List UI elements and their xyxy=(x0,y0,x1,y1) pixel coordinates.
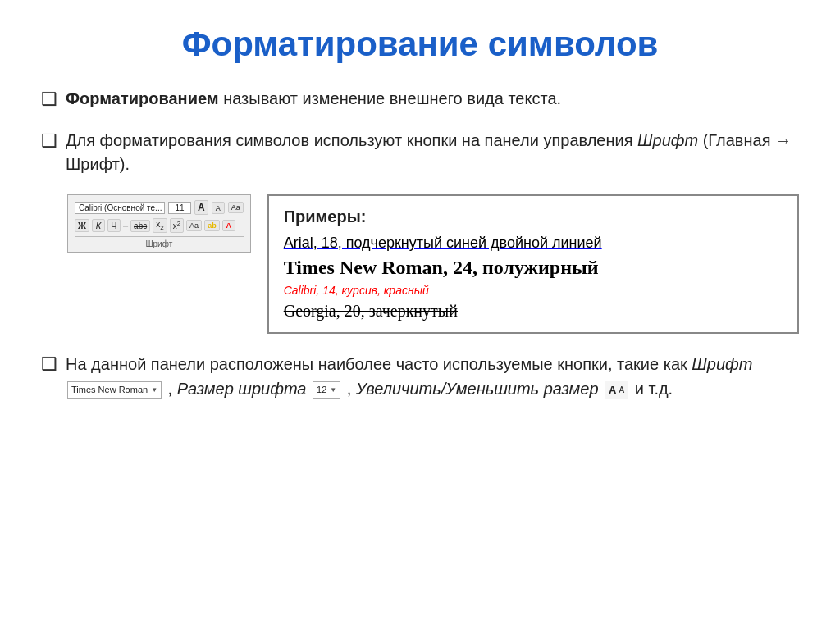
inline-a-plus[interactable]: A xyxy=(609,382,616,399)
size-dropdown-arrow: ▼ xyxy=(330,385,336,395)
page-title: Форматирование символов xyxy=(41,25,799,64)
checkbox-icon-1: ❑ xyxy=(41,89,57,110)
checkbox-icon-2: ❑ xyxy=(41,130,57,152)
toolbar-font-size: 11 xyxy=(168,202,191,214)
toolbar-shrink-btn[interactable]: A xyxy=(212,202,225,214)
toolbar-label: Шрифт xyxy=(75,236,244,248)
toolbar-aa2-btn[interactable]: Aa xyxy=(186,220,202,231)
examples-title: Примеры: xyxy=(284,207,783,226)
bullet-3-italic-shrift: Шрифт xyxy=(692,355,752,373)
inline-a-minus[interactable]: A xyxy=(619,384,624,396)
example-times: Times New Roman, 24, полужирный xyxy=(284,257,783,279)
bullet-2-text: Для форматирования символов используют к… xyxy=(66,129,799,176)
bullet-3-text1: На данной панели расположены наиболее ча… xyxy=(66,355,692,373)
size-dropdown-value: 12 xyxy=(317,383,326,397)
example-arial: Arial, 18, подчеркнутый синей двойной ли… xyxy=(284,235,783,252)
toolbar-sup-btn[interactable]: x2 xyxy=(170,218,184,232)
bullet-2-text-before: Для форматирования символов используют к… xyxy=(66,131,637,149)
font-dropdown-arrow: ▼ xyxy=(151,385,158,395)
toolbar-bold-btn[interactable]: Ж xyxy=(75,219,89,232)
toolbar-highlight-btn[interactable]: ab xyxy=(204,220,220,231)
bullet-2: ❑ Для форматирования символов используют… xyxy=(41,129,799,176)
examples-box: Примеры: Arial, 18, подчеркнутый синей д… xyxy=(267,194,799,334)
bullet-3-text: На данной панели расположены наиболее ча… xyxy=(66,352,799,401)
example-calibri: Calibri, 14, курсив, красный xyxy=(284,284,783,297)
toolbar-row1: Calibri (Основной те... 11 A A Aa xyxy=(75,200,244,215)
example-georgia: Georgia, 20, зачеркнутый xyxy=(284,302,783,321)
bullet-3: ❑ На данной панели расположены наиболее … xyxy=(41,352,799,401)
toolbar-italic-btn[interactable]: К xyxy=(92,219,105,232)
bullet-3-italic-buttons: Увеличить/Уменьшить размер xyxy=(356,380,599,398)
toolbar-sep1: – xyxy=(123,221,128,230)
toolbar-sub-btn[interactable]: x2 xyxy=(153,218,167,233)
toolbar-aa-btn[interactable]: Aa xyxy=(228,202,244,213)
toolbar-color-btn[interactable]: A xyxy=(222,220,235,231)
bullet-1: ❑ Форматированием называют изменение вне… xyxy=(41,87,799,111)
bullet-3-italic-razmer: Размер шрифта xyxy=(177,380,307,398)
font-dropdown-value: Times New Roman xyxy=(71,383,148,397)
toolbar-underline-btn[interactable]: Ч xyxy=(107,219,121,232)
toolbar-strikethrough-btn[interactable]: abc xyxy=(130,220,150,232)
bullet-3-text4: и т.д. xyxy=(635,380,673,398)
toolbar-mockup: Calibri (Основной те... 11 A A Aa Ж К Ч … xyxy=(67,194,251,253)
grow-shrink-inline: A A xyxy=(605,381,628,400)
content-row: Calibri (Основной те... 11 A A Aa Ж К Ч … xyxy=(67,194,799,334)
bullet-1-text: Форматированием называют изменение внешн… xyxy=(66,87,561,111)
bullet-1-rest: называют изменение внешнего вида текста. xyxy=(219,89,561,107)
font-dropdown-inline[interactable]: Times New Roman ▼ xyxy=(67,381,162,399)
toolbar-font-name: Calibri (Основной те... xyxy=(75,202,165,214)
bullet-3-text2: , xyxy=(168,380,177,398)
toolbar-grow-btn[interactable]: A xyxy=(194,200,208,215)
checkbox-icon-3: ❑ xyxy=(41,353,57,375)
bullet-3-text3: , xyxy=(347,380,356,398)
size-dropdown-inline[interactable]: 12 ▼ xyxy=(313,381,340,399)
bullet-2-italic1: Шрифт xyxy=(637,131,698,149)
bullet-1-bold: Форматированием xyxy=(66,89,219,107)
toolbar-row2: Ж К Ч – abc x2 x2 Aa ab A xyxy=(75,218,244,233)
